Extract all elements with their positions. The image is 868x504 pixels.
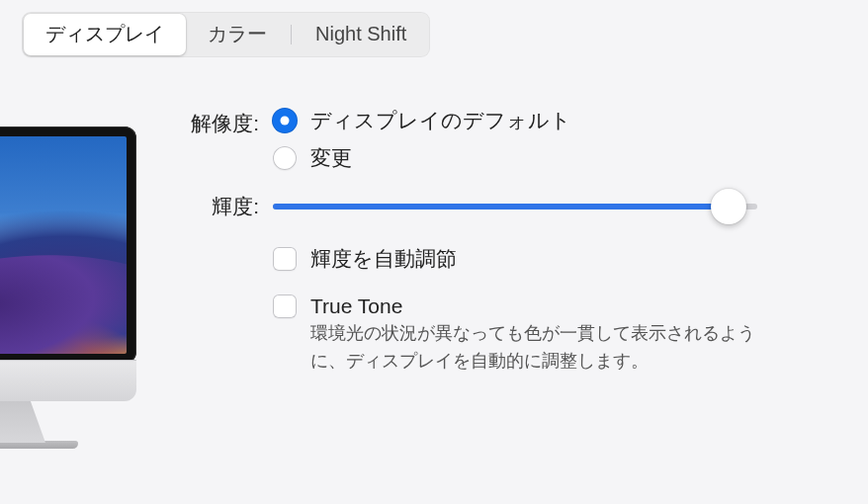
resolution-scaled-text: 変更 <box>310 144 352 172</box>
brightness-label: 輝度: <box>176 186 273 220</box>
auto-brightness-row: 輝度を自動調節 <box>176 245 868 291</box>
auto-brightness-text: 輝度を自動調節 <box>310 245 457 273</box>
tab-night-shift[interactable]: Night Shift <box>294 16 428 53</box>
checkbox-icon <box>273 294 297 318</box>
settings-panel: 解像度: ディスプレイのデフォルト 変更 輝度: <box>176 107 868 376</box>
slider-thumb[interactable] <box>711 189 746 224</box>
radio-icon <box>273 146 297 170</box>
display-preview-image <box>0 126 136 449</box>
tab-separator <box>291 25 292 44</box>
true-tone-checkbox[interactable]: True Tone <box>273 294 868 318</box>
true-tone-text: True Tone <box>310 294 402 318</box>
tab-group: ディスプレイ カラー Night Shift <box>22 12 430 57</box>
true-tone-helper-text: 環境光の状況が異なっても色が一貫して表示されるように、ディスプレイを自動的に調整… <box>310 320 775 376</box>
resolution-default-option[interactable]: ディスプレイのデフォルト <box>273 107 868 134</box>
brightness-slider[interactable] <box>273 190 757 223</box>
radio-icon <box>273 109 297 132</box>
resolution-row: 解像度: ディスプレイのデフォルト 変更 <box>176 107 868 182</box>
true-tone-row: True Tone 環境光の状況が異なっても色が一貫して表示されるように、ディス… <box>176 294 868 376</box>
resolution-label: 解像度: <box>176 107 273 137</box>
auto-brightness-checkbox[interactable]: 輝度を自動調節 <box>273 245 868 273</box>
checkbox-icon <box>273 247 297 271</box>
tab-display[interactable]: ディスプレイ <box>24 14 186 55</box>
slider-fill <box>273 204 729 210</box>
resolution-scaled-option[interactable]: 変更 <box>273 144 868 172</box>
content-area: 解像度: ディスプレイのデフォルト 変更 輝度: <box>0 67 868 376</box>
tab-color[interactable]: カラー <box>186 14 289 55</box>
resolution-default-text: ディスプレイのデフォルト <box>310 107 571 134</box>
tab-bar: ディスプレイ カラー Night Shift <box>0 0 868 67</box>
brightness-row: 輝度: <box>176 186 868 241</box>
